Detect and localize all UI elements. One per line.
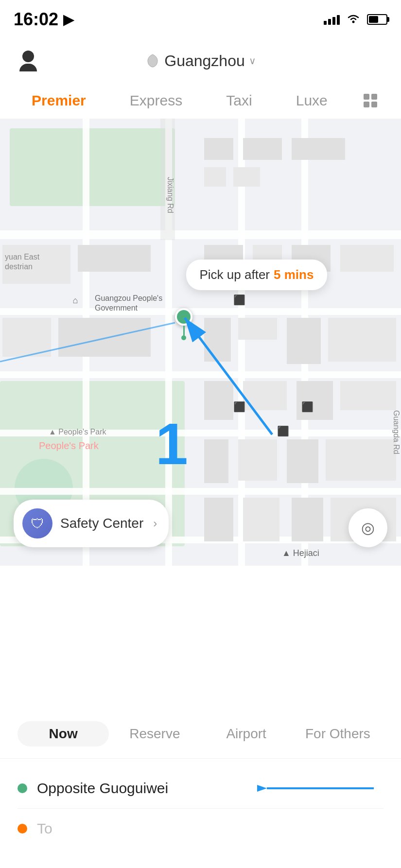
tab-airport[interactable]: Airport <box>201 721 292 746</box>
svg-rect-27 <box>238 318 277 340</box>
svg-rect-39 <box>243 498 279 541</box>
svg-text:▲ Hejiaci: ▲ Hejiaci <box>282 548 319 558</box>
city-selector[interactable]: Guangzhou ∨ <box>145 52 256 70</box>
destination-dot <box>17 824 27 833</box>
location-button[interactable]: ◎ <box>349 508 387 547</box>
svg-text:yuan East: yuan East <box>5 253 40 261</box>
svg-rect-28 <box>287 318 321 364</box>
pickup-dot <box>17 783 27 793</box>
svg-rect-21 <box>233 167 260 187</box>
wifi-icon <box>347 13 360 26</box>
svg-text:destrian: destrian <box>5 262 33 271</box>
svg-rect-29 <box>328 318 396 362</box>
svg-rect-2 <box>10 128 175 206</box>
svg-rect-18 <box>292 138 326 160</box>
svg-rect-40 <box>292 498 323 541</box>
more-grid-icon[interactable] <box>364 94 377 107</box>
svg-text:Guangzou People's: Guangzou People's <box>95 294 162 302</box>
avatar-body <box>19 64 37 71</box>
svg-text:⬛: ⬛ <box>301 401 314 413</box>
svg-rect-7 <box>0 371 401 378</box>
safety-center-button[interactable]: 🛡 Safety Center › <box>14 500 169 547</box>
crosshair-icon: ◎ <box>361 519 375 537</box>
tab-reserve[interactable]: Reserve <box>109 721 200 746</box>
city-name: Guangzhou <box>164 52 244 70</box>
marker-circle <box>175 308 192 326</box>
svg-text:▲ People's Park: ▲ People's Park <box>49 428 107 436</box>
svg-rect-45 <box>58 318 151 357</box>
pickup-prefix: Pick up after <box>200 267 270 282</box>
svg-rect-37 <box>326 439 396 481</box>
clock: 16:02 <box>14 9 58 30</box>
location-arrow-icon: ▶ <box>63 12 74 28</box>
svg-rect-38 <box>204 498 233 541</box>
svg-text:People's Park: People's Park <box>39 440 99 451</box>
annotation-arrow-left <box>257 780 384 797</box>
tab-premier[interactable]: Premier <box>24 88 94 113</box>
svg-rect-44 <box>2 318 51 357</box>
shield-icon: 🛡 <box>31 516 44 532</box>
safety-chevron-icon: › <box>153 517 157 530</box>
svg-rect-31 <box>243 381 287 410</box>
avatar-head <box>22 51 34 62</box>
location-inputs: Opposite Guoguiwei To <box>0 759 401 858</box>
svg-rect-6 <box>0 308 401 315</box>
destination-placeholder: To <box>37 820 384 837</box>
tab-now[interactable]: Now <box>17 721 109 746</box>
status-bar: 16:02 ▶ <box>0 0 401 39</box>
safety-icon-circle: 🛡 <box>22 508 52 538</box>
svg-text:⬛: ⬛ <box>277 425 289 437</box>
tab-taxi[interactable]: Taxi <box>218 88 260 113</box>
svg-rect-20 <box>204 167 226 187</box>
svg-rect-35 <box>238 439 277 481</box>
user-avatar[interactable] <box>14 46 43 75</box>
status-time: 16:02 ▶ <box>14 9 74 30</box>
svg-text:Government: Government <box>95 304 138 312</box>
app-header: Guangzhou ∨ <box>0 39 401 83</box>
svg-text:⌂: ⌂ <box>73 295 78 305</box>
svg-rect-43 <box>78 245 151 272</box>
tab-express[interactable]: Express <box>122 88 190 113</box>
map-marker <box>175 308 192 340</box>
status-icons <box>324 13 387 26</box>
svg-text:Jixiang Rd: Jixiang Rd <box>166 177 174 213</box>
svg-rect-32 <box>296 381 333 420</box>
svg-rect-17 <box>243 138 282 160</box>
service-tabs: Premier Express Taxi Luxe <box>0 83 401 119</box>
chevron-down-icon: ∨ <box>249 55 256 67</box>
didi-logo-icon <box>145 53 160 69</box>
safety-center-label: Safety Center <box>60 516 143 531</box>
svg-rect-16 <box>204 138 233 160</box>
marker-dot <box>181 335 186 340</box>
svg-rect-25 <box>340 245 394 272</box>
tab-luxe[interactable]: Luxe <box>288 88 335 113</box>
pickup-tooltip: Pick up after 5 mins <box>186 260 328 290</box>
svg-rect-30 <box>204 381 233 420</box>
svg-rect-19 <box>321 138 345 160</box>
svg-text:⬛: ⬛ <box>233 294 245 306</box>
svg-rect-26 <box>204 318 231 362</box>
pickup-time: 5 mins <box>274 267 314 282</box>
pickup-row[interactable]: Opposite Guoguiwei <box>17 768 384 809</box>
map-svg: ⌂ Guangzou People's Government ⬛ ⬛ ⬛ ⬛ P… <box>0 119 401 566</box>
signal-icon <box>324 14 340 25</box>
svg-rect-33 <box>340 381 396 410</box>
svg-rect-9 <box>0 488 401 495</box>
svg-text:Guangda Rd: Guangda Rd <box>392 410 401 454</box>
svg-point-0 <box>352 21 355 23</box>
svg-text:⬛: ⬛ <box>233 401 245 413</box>
destination-row[interactable]: To <box>17 809 384 849</box>
marker-stem <box>183 326 185 335</box>
booking-tabs: Now Reserve Airport For Others <box>0 706 401 759</box>
battery-icon <box>367 14 387 25</box>
bottom-panel: Now Reserve Airport For Others Opposite … <box>0 706 401 868</box>
tab-for-others[interactable]: For Others <box>292 721 384 746</box>
svg-rect-34 <box>204 439 228 483</box>
svg-rect-36 <box>287 439 318 483</box>
svg-rect-5 <box>0 230 401 239</box>
map-container[interactable]: ⌂ Guangzou People's Government ⬛ ⬛ ⬛ ⬛ P… <box>0 119 401 566</box>
